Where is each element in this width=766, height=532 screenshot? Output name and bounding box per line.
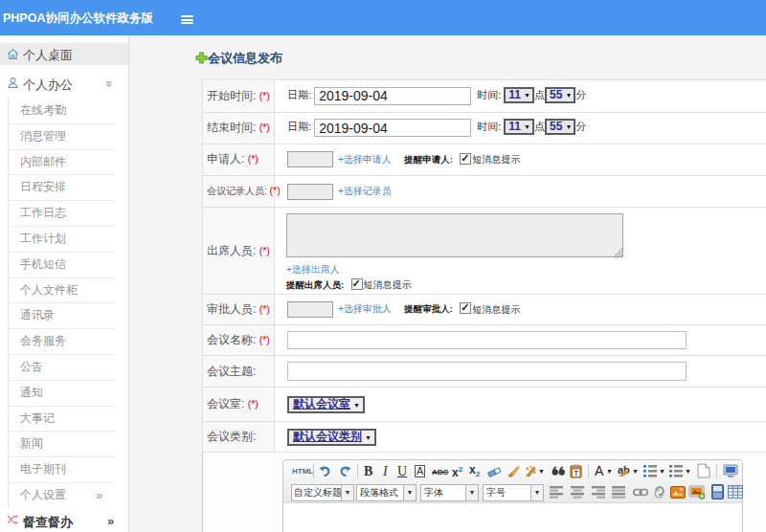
svg-text:T: T — [574, 470, 578, 477]
